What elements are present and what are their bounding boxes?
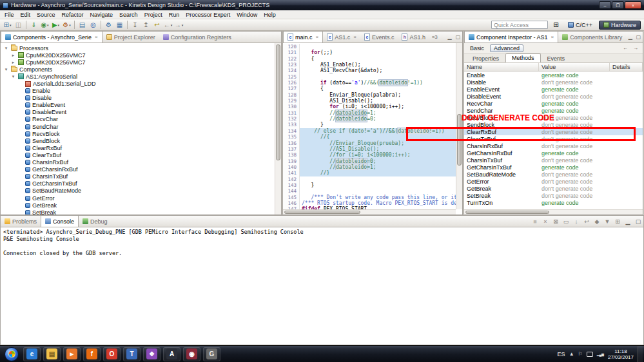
run-icon[interactable]: ▶▾ (51, 20, 61, 30)
method-row-disableevent[interactable]: DisableEventdon't generate code (464, 93, 643, 100)
taskbar-windows-explorer[interactable]: ▤ (43, 347, 61, 361)
taskbar-kds[interactable]: A (163, 347, 181, 361)
close-button[interactable]: × (625, 1, 641, 9)
method-value[interactable]: don't generate code (539, 79, 610, 86)
console-tab-console[interactable]: Console (41, 216, 79, 227)
code-line[interactable]: 141 //} (283, 170, 456, 176)
debug-icon[interactable]: ◉▾ (40, 20, 50, 30)
code-line[interactable]: 132 //datobleido=0; (283, 116, 456, 122)
method-value[interactable]: generate code (539, 150, 610, 157)
display-selected-console-icon[interactable]: ▼ (603, 218, 612, 225)
tray-expand-icon[interactable]: ▲ (569, 351, 574, 357)
menu-help[interactable]: Help (260, 11, 279, 19)
tree-item-getcharsintxbuf[interactable]: GetCharsInTxBuf (1, 180, 275, 187)
back-icon[interactable]: ← (621, 44, 629, 52)
new-dropdown-icon[interactable]: ▾ (10, 23, 12, 27)
open-console-icon[interactable]: ⊞ (613, 218, 622, 225)
method-row-enableevent[interactable]: EnableEventgenerate code (464, 86, 643, 93)
column-header-name[interactable]: Name (464, 63, 539, 71)
column-header-details[interactable]: Details (610, 63, 643, 71)
menu-file[interactable]: File (1, 11, 17, 19)
pe-generate-code-icon[interactable]: ⚙ (104, 20, 113, 30)
method-row-disable[interactable]: Disabledon't generate code (464, 79, 643, 86)
new-c-file-icon[interactable]: ▤ (77, 20, 87, 30)
code-line[interactable]: 120 (283, 44, 456, 50)
clear-console-icon[interactable]: ▭ (561, 218, 571, 225)
method-value[interactable]: generate code (539, 86, 610, 93)
show-desktop-button[interactable] (638, 346, 643, 362)
menu-run[interactable]: Run (166, 11, 183, 19)
tree-item-disableevent[interactable]: DisableEvent (1, 109, 275, 116)
code-line[interactable]: 144 (283, 188, 456, 194)
taskbar-thunderbird[interactable]: T (123, 347, 141, 361)
run-dropdown-icon[interactable]: ▾ (58, 23, 60, 27)
network-icon[interactable] (587, 352, 593, 357)
tree-item-recvchar[interactable]: RecvChar (1, 116, 275, 123)
tree-item-getcharsinrxbuf[interactable]: GetCharsInRxBuf (1, 166, 275, 173)
code-line[interactable]: 145 /*** Don't write any code pass this … (283, 195, 456, 200)
tree-item-disable[interactable]: Disable (1, 95, 275, 102)
flash-download-icon[interactable]: ⇓ (29, 20, 39, 30)
tree-item-aserialldd1-serial-ldd[interactable]: ASerialLdd1:Serial_LDD (1, 80, 275, 87)
method-value[interactable]: generate code (539, 200, 610, 206)
maximize-inspector-icon[interactable]: ▢ (634, 34, 643, 40)
menu-refactor[interactable]: Refactor (59, 11, 87, 19)
left-tab-configuration-registers[interactable]: Configuration Registers (159, 32, 235, 43)
tree-item-cpumk20dx256vmc7[interactable]: ▸CpuMK20DX256VMC7 (1, 59, 275, 66)
tree-item-cpumk20dx256vmc7[interactable]: ▸CpuMK20DX256VMC7 (1, 52, 275, 59)
code-line[interactable]: 140 //datoaleido=1; (283, 164, 456, 170)
open-perspective-button[interactable]: ⊞ (551, 20, 561, 30)
advanced-mode-button[interactable]: Advanced (490, 44, 523, 52)
taskbar-gimp[interactable]: G (203, 347, 220, 361)
method-row-enable[interactable]: Enablegenerate code (464, 71, 643, 79)
right-tab-components-library[interactable]: Components Library (558, 32, 626, 43)
forward-dropdown-icon[interactable]: ▾ (182, 23, 184, 27)
scrollbar-thumb[interactable] (284, 211, 360, 214)
volume-icon[interactable]: ▂▄▆ (597, 352, 604, 356)
method-row-recvchar[interactable]: RecvChargenerate code (464, 100, 643, 107)
close-tab-icon[interactable]: × (551, 34, 554, 40)
last-edit-location-icon[interactable]: ↩ (152, 20, 162, 30)
method-value[interactable]: generate code (539, 164, 610, 171)
code-line[interactable]: 127 { (283, 86, 456, 91)
new-icon[interactable]: ⊞▾ (3, 20, 12, 30)
scroll-lock-icon[interactable]: ↓ (572, 218, 581, 225)
tree-item-setbreak[interactable]: SetBreak (1, 209, 275, 214)
left-tab-components-asynchro-serie[interactable]: Components - Asynchro_Serie× (1, 32, 102, 43)
console-tab-debug[interactable]: Debug (79, 216, 112, 227)
taskbar-firefox[interactable]: f (83, 347, 101, 361)
editor-vertical-scrollbar[interactable] (456, 43, 462, 209)
method-value[interactable]: don't generate code (539, 186, 610, 192)
close-tab-icon[interactable]: × (353, 34, 356, 40)
inspector-horizontal-scrollbar[interactable] (464, 209, 643, 214)
tree-item-getbreak[interactable]: GetBreak (1, 202, 275, 209)
clock[interactable]: 11:18 27/03/2017 (608, 348, 634, 360)
taskbar-app-red[interactable]: ◉ (183, 347, 200, 361)
menu-edit[interactable]: Edit (17, 11, 34, 19)
code-line[interactable]: 128 Enviar_Bloque(palabra); (283, 92, 456, 98)
scrollbar-thumb[interactable] (465, 211, 549, 214)
menu-source[interactable]: Source (34, 11, 59, 19)
editor-tab-as1-c[interactable]: cAS1.c× (323, 32, 360, 43)
editor-tab-as1-h[interactable]: hAS1.h (398, 32, 429, 43)
basic-mode-button[interactable]: Basic (467, 44, 487, 52)
maximize-button[interactable]: ▢ (612, 1, 624, 9)
tree-item-as1-asynchroserial[interactable]: ▾AS1:AsynchroSerial (1, 73, 275, 80)
code-line[interactable]: 126 if (dato=='a')//&&(datoleido!=1)) (283, 80, 456, 86)
previous-annotation-icon[interactable]: ↥ (141, 20, 151, 30)
editor-tab-main-c[interactable]: cmain.c× (283, 32, 323, 43)
close-tab-icon[interactable]: × (316, 34, 319, 40)
tree-item-charsintxbuf[interactable]: CharsInTxBuf (1, 173, 275, 180)
next-annotation-icon[interactable]: ↧ (130, 20, 140, 30)
code-line[interactable]: 139 //datobleido=0; (283, 158, 456, 164)
pe-components-icon[interactable]: ▦ (115, 20, 124, 30)
editor-horizontal-scrollbar[interactable] (283, 209, 456, 214)
search-icon[interactable]: ◎ (88, 20, 98, 30)
menu-project[interactable]: Project (141, 11, 166, 19)
tree-item-components[interactable]: ▾Components (1, 66, 275, 73)
method-value[interactable]: don't generate code (539, 143, 610, 149)
back-dropdown-icon[interactable]: ▾ (171, 23, 173, 27)
quick-access-input[interactable]: Quick Access (491, 21, 548, 29)
code-line[interactable]: 123 AS1_Enable(); (283, 62, 456, 68)
method-row-setbreak[interactable]: SetBreakdon't generate code (464, 192, 643, 199)
